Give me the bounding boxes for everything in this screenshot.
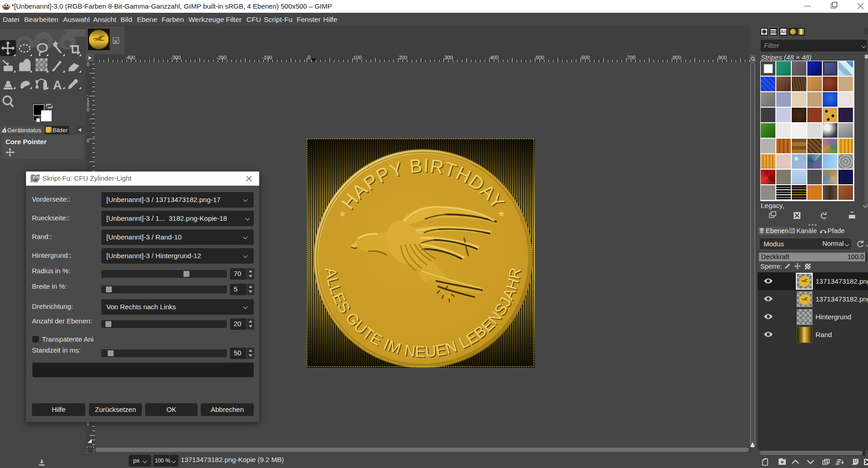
svg-text:i: i	[4, 129, 5, 133]
